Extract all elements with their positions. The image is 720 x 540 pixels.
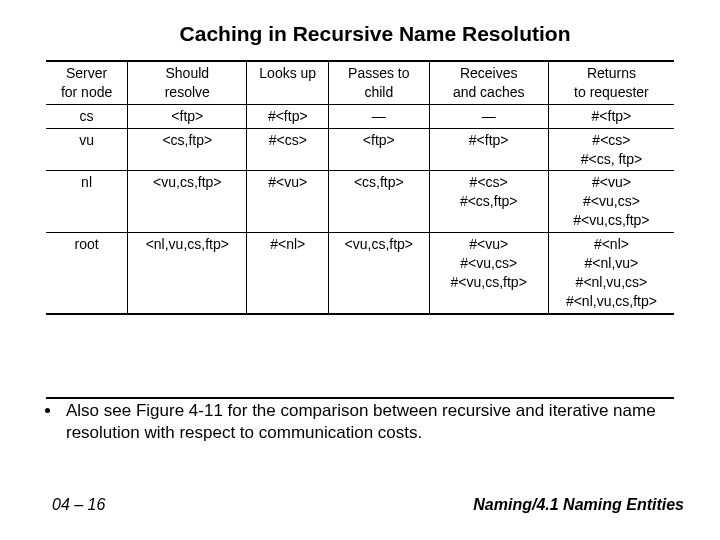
column-header: Looks up <box>247 61 329 104</box>
table-cell: <ftp> <box>128 104 247 128</box>
table-cell: <ftp> <box>329 128 429 171</box>
table-row: nl<vu,cs,ftp>#<vu><cs,ftp>#<cs>#<cs,ftp>… <box>46 171 674 233</box>
table-cell: vu <box>46 128 128 171</box>
table-cell: #<vu> <box>247 171 329 233</box>
table-row: vu<cs,ftp>#<cs><ftp>#<ftp>#<cs>#<cs, ftp… <box>46 128 674 171</box>
table-cell: #<ftp> <box>247 104 329 128</box>
page-number: 04 – 16 <box>52 496 105 513</box>
section-name: Naming/4.1 Naming Entities <box>473 496 684 514</box>
table-cell: <cs,ftp> <box>128 128 247 171</box>
table-header-row: Serverfor nodeShouldresolveLooks upPasse… <box>46 61 674 104</box>
table-cell: #<cs>#<cs,ftp> <box>429 171 548 233</box>
slide-title: Caching in Recursive Name Resolution <box>36 22 684 46</box>
table-cell: root <box>46 233 128 314</box>
table-cell: #<vu>#<vu,cs>#<vu,cs,ftp> <box>429 233 548 314</box>
table-cell <box>46 314 674 398</box>
table-cell: — <box>329 104 429 128</box>
table-row: root<nl,vu,cs,ftp>#<nl><vu,cs,ftp>#<vu>#… <box>46 233 674 314</box>
table-cell: #<nl>#<nl,vu>#<nl,vu,cs>#<nl,vu,cs,ftp> <box>548 233 674 314</box>
table-body: cs<ftp>#<ftp>——#<ftp>vu<cs,ftp>#<cs><ftp… <box>46 104 674 397</box>
table-cell: <vu,cs,ftp> <box>128 171 247 233</box>
table-cell: — <box>429 104 548 128</box>
table-row: cs<ftp>#<ftp>——#<ftp> <box>46 104 674 128</box>
table-cell: nl <box>46 171 128 233</box>
table-filler-row <box>46 314 674 398</box>
column-header: Passes tochild <box>329 61 429 104</box>
table-cell: #<vu>#<vu,cs>#<vu,cs,ftp> <box>548 171 674 233</box>
table-cell: <cs,ftp> <box>329 171 429 233</box>
slide-footer: 04 – 16 Naming/4.1 Naming Entities <box>52 496 684 514</box>
table-cell: <vu,cs,ftp> <box>329 233 429 314</box>
column-header: Shouldresolve <box>128 61 247 104</box>
slide: Caching in Recursive Name Resolution Ser… <box>0 0 720 540</box>
table-cell: #<cs>#<cs, ftp> <box>548 128 674 171</box>
table-cell: #<ftp> <box>429 128 548 171</box>
table-cell: #<cs> <box>247 128 329 171</box>
table-cell: <nl,vu,cs,ftp> <box>128 233 247 314</box>
table-cell: cs <box>46 104 128 128</box>
bullet-list: Also see Figure 4-11 for the comparison … <box>36 400 684 444</box>
column-header: Serverfor node <box>46 61 128 104</box>
resolution-table: Serverfor nodeShouldresolveLooks upPasse… <box>46 60 674 399</box>
column-header: Receivesand caches <box>429 61 548 104</box>
bullet-item: Also see Figure 4-11 for the comparison … <box>62 400 684 444</box>
table-cell: #<ftp> <box>548 104 674 128</box>
column-header: Returnsto requester <box>548 61 674 104</box>
table-cell: #<nl> <box>247 233 329 314</box>
